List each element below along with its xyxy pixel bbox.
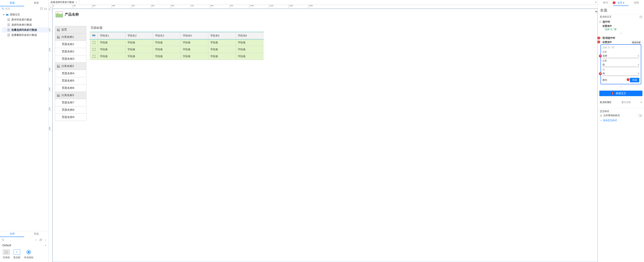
origin-guide-v — [52, 9, 53, 262]
table-cell: 字段值 — [126, 39, 153, 46]
nav-item[interactable]: 页面名称1 — [55, 41, 86, 48]
widget-radio[interactable]: 单选按钮 — [24, 249, 34, 259]
doc-tab-current[interactable]: 批量选择列表多行数据 × — [48, 0, 80, 5]
add-action-icon[interactable]: ＋ — [599, 31, 642, 36]
select-all-cell[interactable] — [90, 32, 98, 39]
set-select[interactable]: 值 ⇅ — [602, 63, 639, 67]
horizontal-ruler[interactable]: 0100200300400500600700800900100011001200… — [52, 5, 598, 9]
page-icon — [8, 29, 10, 31]
canvas[interactable]: la 产品名称 首页分类名称1页面名称1页面名称2页面名称3分类名称2页面名称4… — [52, 9, 598, 262]
nav-item[interactable]: 分类名称1 — [55, 33, 86, 41]
widget-checkbox[interactable]: 复选框 — [14, 249, 20, 259]
event-checked[interactable]: 选中时 — [599, 19, 642, 25]
tree-page-item[interactable]: 批量选择列表多行数据 — [2, 27, 48, 33]
selection-name[interactable]: 全选 — [598, 6, 644, 14]
event-unchecked[interactable]: 3 取消选中时 — [599, 36, 642, 41]
show-all-link[interactable]: 显示全部 — [622, 101, 631, 104]
widget-listbox[interactable]: 列表框 — [3, 249, 10, 259]
nav-item[interactable]: 页面名称4 — [55, 70, 86, 77]
badge-2: 2 — [611, 92, 614, 95]
tree-page-label: 批量删除列表多行数据 — [12, 33, 37, 37]
nav-item-label: 页面名称4 — [62, 72, 74, 75]
chevron-updown-icon: ⇅ — [638, 55, 639, 57]
tree-page-item[interactable]: 悬停列表某行数据 — [2, 17, 48, 22]
tab-widgets[interactable]: 元件 — [0, 231, 24, 237]
page-search-input[interactable] — [5, 7, 39, 10]
new-interaction-button[interactable]: 2 新建交互 — [599, 91, 642, 96]
checkbox-icon[interactable] — [93, 48, 96, 51]
row-checkbox-cell[interactable] — [90, 46, 98, 53]
event-icon — [599, 21, 601, 23]
tree-page-item[interactable]: 批量删除列表多行数据 — [2, 33, 48, 38]
target-value: 选择 — [602, 54, 607, 58]
close-icon[interactable]: × — [76, 1, 77, 4]
tab-pages[interactable]: 页面 — [0, 0, 24, 6]
table-cell: 字段值 — [153, 53, 180, 60]
tab-notes[interactable]: 说明 — [629, 0, 644, 6]
add-lib-icon[interactable]: ＋ — [34, 238, 37, 241]
done-button[interactable]: 7 完成 — [630, 78, 639, 82]
nav-item[interactable]: 页面名称2 — [55, 48, 86, 55]
nav-item[interactable]: 页面名称5 — [55, 77, 86, 84]
tab-interactions[interactable]: 1 交互 — [613, 0, 628, 6]
add-target-button[interactable]: 添加目标 — [630, 41, 642, 44]
target-label: 目标 — [602, 50, 639, 53]
checkbox-icon[interactable] — [93, 41, 96, 44]
tab-masters[interactable]: 母版 — [24, 231, 48, 237]
nav-item-label: 页面名称8 — [62, 108, 74, 112]
badge-7: 7 — [627, 78, 630, 81]
add-ix-style-button[interactable]: ＋ 添加交互样式 — [600, 119, 617, 122]
widget-search-icon[interactable] — [2, 238, 4, 241]
nav-item-label: 页面名称9 — [62, 115, 74, 119]
table-row[interactable]: 字段值字段值字段值字段值字段值字段值 — [90, 46, 263, 53]
tree-page-label: 批量选择列表多行数据 — [12, 28, 37, 32]
page-search[interactable] — [2, 7, 39, 10]
checkbox-icon[interactable] — [93, 55, 96, 58]
product-title: 产品名称 — [65, 12, 79, 17]
table-row[interactable]: 字段值字段值字段值字段值字段值字段值 — [90, 39, 263, 46]
delete-action-button[interactable]: 删除 — [602, 78, 607, 82]
svg-rect-23 — [40, 239, 41, 241]
select-all-icon[interactable] — [92, 34, 96, 37]
widget-label: 单选按钮 — [24, 256, 34, 259]
tree-folder[interactable]: ▼ 高级交互 — [2, 12, 48, 17]
plus-icon: ＋ — [600, 119, 602, 122]
add-action-icon-2[interactable]: ＋ — [599, 84, 642, 89]
table-cell: 字段值 — [236, 46, 263, 53]
row-checkbox-cell[interactable] — [90, 53, 98, 60]
target-select[interactable]: 5 选择 ⇅ — [602, 54, 639, 58]
nav-item[interactable]: 分类名称2 — [55, 62, 86, 70]
disabled-style-toggle[interactable] — [637, 114, 642, 117]
nav-item[interactable]: 页面名称7 — [55, 99, 86, 106]
add-folder-icon[interactable] — [44, 7, 47, 10]
add-page-icon[interactable] — [40, 7, 43, 10]
library-name[interactable]: Default — [2, 244, 11, 247]
nav-item[interactable]: 分类名称3 — [55, 92, 86, 99]
inspector-panel: 样式 1 交互 说明 全选 复选框交互 选中时 设置选中 选择 为 "真" — [598, 0, 644, 262]
vertical-ruler[interactable]: 0100200300400500600 — [48, 9, 52, 262]
tree-page-item[interactable]: 选择列表单行数据 — [2, 22, 48, 27]
tab-outline[interactable]: 概要 — [24, 0, 48, 6]
tab-dropdown-icon[interactable]: ▼ — [595, 1, 597, 3]
table-row[interactable]: 字段值字段值字段值字段值字段值字段值 — [90, 53, 263, 60]
tab-style[interactable]: 样式 — [598, 0, 613, 6]
expand-icon[interactable] — [640, 16, 642, 18]
nav-item[interactable]: 首页 — [55, 26, 86, 34]
action-set-selected-2[interactable]: 4 设置选中 添加目标 — [599, 41, 642, 44]
disabled-style-label: 元件禁用的样式 — [603, 114, 620, 117]
more-icon[interactable]: ⋮ — [44, 238, 47, 241]
lib-menu-icon[interactable] — [39, 238, 42, 241]
nav-item[interactable]: 页面名称9 — [55, 113, 86, 121]
action-set-selected-1[interactable]: 设置选中 — [599, 25, 642, 28]
table-cell: 字段值 — [98, 39, 126, 46]
nav-item[interactable]: 页面名称3 — [55, 55, 86, 63]
caret-down-icon: ▼ — [3, 14, 5, 16]
badge-1: 1 — [613, 2, 616, 4]
nav-item[interactable]: 页面名称6 — [55, 84, 86, 92]
nav-item[interactable]: 页面名称8 — [55, 106, 86, 114]
row-checkbox-cell[interactable] — [90, 39, 98, 46]
canvas-area: 批量选择列表多行数据 × ▼ 0100200300400500600700800… — [48, 0, 598, 262]
table-header-row: 字段名1字段名2字段名3字段名4字段名5字段名6 — [90, 32, 263, 39]
doc-tab-label: 批量选择列表多行数据 — [50, 1, 74, 4]
to-select[interactable]: 6 假 ⇅ — [602, 71, 639, 76]
